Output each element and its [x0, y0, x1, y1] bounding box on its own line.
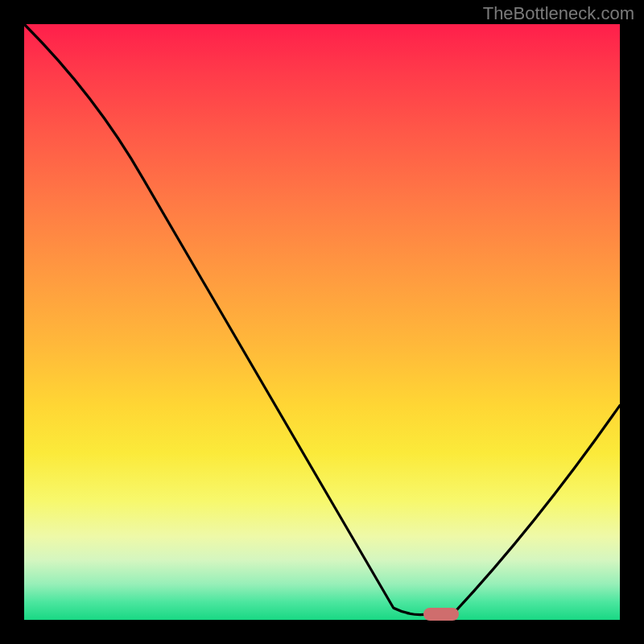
optimal-point-marker [423, 608, 459, 621]
attribution-text: TheBottleneck.com [483, 3, 634, 24]
chart-plot-area [24, 24, 620, 620]
curve-path [24, 24, 620, 615]
bottleneck-curve [24, 24, 620, 620]
